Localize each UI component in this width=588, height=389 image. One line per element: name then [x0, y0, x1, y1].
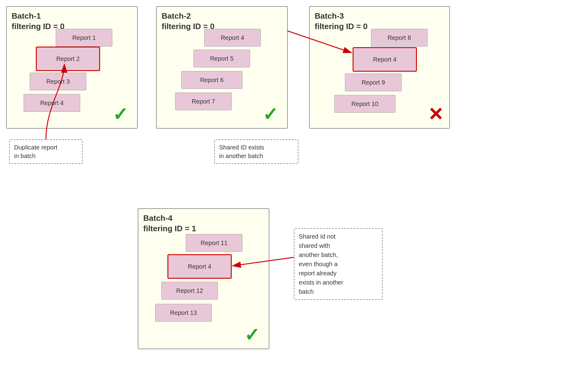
diagram-container: Batch-1filtering ID = 0 Report 1 Report …: [0, 0, 588, 389]
batch3-title: Batch-3filtering ID = 0: [315, 11, 368, 32]
batch1-report1: Report 1: [56, 29, 112, 47]
annotation-shared-id: Shared ID existsin another batch: [214, 139, 298, 164]
batch3-report8: Report 8: [371, 29, 428, 47]
batch2-report7: Report 7: [175, 93, 232, 110]
batch4-checkmark: ✓: [244, 324, 260, 346]
batch2-checkmark: ✓: [263, 104, 278, 125]
batch3-report9: Report 9: [345, 74, 402, 91]
batch2-report4: Report 4: [204, 29, 261, 47]
batch4-report4: Report 4: [167, 254, 232, 279]
batch4-report11: Report 11: [186, 234, 242, 252]
batch1-report3: Report 3: [30, 73, 86, 90]
batch3-report4: Report 4: [353, 47, 417, 72]
batch1-box: Batch-1filtering ID = 0 Report 1 Report …: [6, 6, 138, 129]
batch1-report4: Report 4: [24, 94, 80, 112]
batch4-report12: Report 12: [161, 282, 218, 300]
batch1-checkmark: ✓: [113, 104, 128, 125]
batch4-title: Batch-4filtering ID = 1: [143, 213, 196, 234]
batch2-box: Batch-2filtering ID = 0 Report 4 Report …: [156, 6, 288, 129]
batch3-xmark: ✕: [428, 104, 443, 125]
batch4-report13: Report 13: [155, 304, 212, 322]
batch3-report10: Report 10: [334, 95, 395, 113]
batch3-box: Batch-3filtering ID = 0 Report 8 Report …: [309, 6, 450, 129]
batch1-report2: Report 2: [36, 47, 100, 71]
annotation-not-shared: Shared Id notshared withanother batch,ev…: [294, 228, 383, 300]
batch2-report6: Report 6: [181, 71, 242, 89]
batch4-box: Batch-4filtering ID = 1 Report 11 Report…: [138, 208, 269, 349]
annotation-duplicate: Duplicate reportin batch: [9, 139, 83, 164]
batch2-report5: Report 5: [193, 50, 250, 67]
